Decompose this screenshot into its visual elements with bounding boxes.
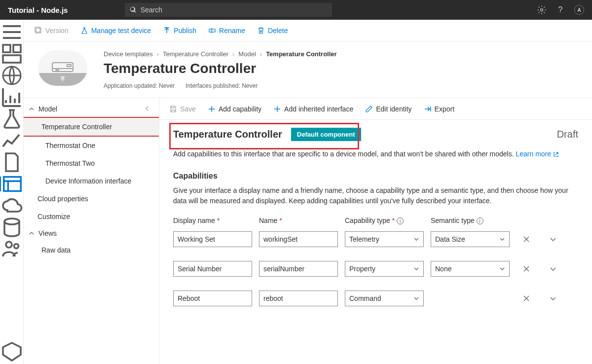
- crumb-3: Temperature Controller: [266, 50, 337, 58]
- tree-temperature-controller[interactable]: Temperature Controller: [24, 118, 159, 136]
- crumb-2[interactable]: Model: [238, 50, 256, 58]
- capability-type-select[interactable]: Property: [345, 261, 424, 277]
- app-updated-text: Application updated: Never: [104, 82, 175, 89]
- search-icon: [130, 6, 137, 13]
- external-link-icon: [553, 151, 559, 157]
- tree-thermostat-two[interactable]: Thermostat Two: [24, 154, 159, 172]
- export-button[interactable]: Export: [419, 102, 459, 116]
- name-input[interactable]: reboot: [259, 291, 338, 306]
- capability-row: Working Set workingSet Telemetry Data Si…: [173, 231, 578, 247]
- capability-row: Reboot reboot Command: [173, 291, 578, 306]
- avatar[interactable]: A: [574, 5, 584, 15]
- info-icon[interactable]: i: [477, 218, 483, 224]
- search-box[interactable]: Search: [125, 3, 332, 17]
- tree-cloud-properties[interactable]: Cloud properties: [24, 190, 159, 208]
- capabilities-heading: Capabilities: [173, 172, 578, 181]
- search-placeholder: Search: [141, 6, 162, 14]
- manage-test-device-button[interactable]: Manage test device: [75, 24, 156, 37]
- info-icon[interactable]: i: [397, 218, 404, 224]
- status-label: Draft: [557, 129, 578, 140]
- top-bar: Tutorial - Node.js Search ? A: [0, 0, 592, 20]
- collapse-icon[interactable]: [144, 105, 154, 113]
- capability-row: Serial Number serialNumber Property None: [173, 261, 578, 277]
- name-input[interactable]: workingSet: [259, 231, 338, 247]
- svg-point-14: [58, 70, 59, 71]
- intro-text: Add capabilities to this interface that …: [173, 149, 578, 159]
- svg-point-6: [4, 218, 19, 224]
- display-name-input[interactable]: Reboot: [173, 291, 252, 306]
- delete-row-icon[interactable]: [517, 265, 536, 273]
- crumb-1[interactable]: Temperature Controller: [163, 50, 228, 58]
- svg-rect-3: [3, 55, 21, 63]
- help-icon[interactable]: ?: [555, 5, 565, 15]
- delete-row-icon[interactable]: [517, 235, 536, 243]
- interface-title: Temperature Controller: [173, 129, 282, 140]
- model-group[interactable]: Model: [24, 101, 159, 117]
- rail-chart-icon[interactable]: [0, 90, 24, 105]
- edit-identity-button[interactable]: Edit identity: [360, 102, 416, 116]
- default-component-badge: Default component: [291, 128, 361, 141]
- rail-users-icon[interactable]: [0, 242, 24, 256]
- expand-row-icon[interactable]: [543, 265, 563, 273]
- rail-doc-icon[interactable]: [0, 155, 24, 170]
- svg-point-13: [56, 70, 57, 71]
- device-icon: [36, 50, 90, 96]
- learn-more-link[interactable]: Learn more: [516, 150, 559, 158]
- tree-device-info[interactable]: Device Information interface: [24, 172, 159, 190]
- tree-raw-data[interactable]: Raw data: [24, 241, 159, 259]
- semantic-type-select[interactable]: Data Size: [431, 231, 510, 247]
- svg-rect-11: [209, 29, 215, 32]
- svg-point-8: [14, 244, 18, 249]
- publish-button[interactable]: Publish: [158, 24, 201, 37]
- chevron-up-icon: [29, 106, 35, 112]
- col-name: Name: [259, 217, 282, 224]
- panel-command-bar: Save Add capability Add inherited interf…: [159, 98, 592, 120]
- svg-point-0: [541, 9, 543, 11]
- svg-point-7: [6, 242, 12, 248]
- chevron-up-icon: [29, 230, 35, 236]
- tree-customize[interactable]: Customize: [24, 208, 159, 225]
- rail-globe-icon[interactable]: [0, 68, 24, 83]
- capabilities-intro: Give your interface a display name and a…: [173, 185, 578, 206]
- model-tree: Model Temperature Controller Thermostat …: [24, 98, 159, 364]
- page-header: Device templates› Temperature Controller…: [24, 41, 592, 98]
- views-group[interactable]: Views: [24, 225, 159, 241]
- crumb-0[interactable]: Device templates: [104, 50, 153, 58]
- add-capability-button[interactable]: Add capability: [203, 102, 266, 116]
- breadcrumb: Device templates› Temperature Controller…: [104, 50, 580, 58]
- app-title: Tutorial - Node.js: [8, 6, 68, 14]
- capability-type-select[interactable]: Telemetry: [345, 231, 424, 247]
- delete-button[interactable]: Delete: [252, 24, 293, 37]
- version-button: Version: [30, 24, 74, 37]
- col-semantic-type: Semantic type: [431, 217, 475, 224]
- capability-type-select[interactable]: Command: [345, 291, 424, 306]
- rail-dashboard-icon[interactable]: [0, 46, 24, 61]
- rail-line-chart-icon[interactable]: [0, 133, 24, 148]
- page-title: Temperature Controller: [104, 61, 580, 76]
- command-bar: Version Manage test device Publish Renam…: [24, 20, 592, 41]
- rail-flask-icon[interactable]: [0, 111, 24, 126]
- col-display-name: Display name: [173, 217, 220, 224]
- rename-button[interactable]: Rename: [203, 24, 250, 37]
- tree-thermostat-one[interactable]: Thermostat One: [24, 137, 159, 154]
- delete-row-icon[interactable]: [517, 294, 536, 302]
- rail-db-icon[interactable]: [0, 220, 24, 235]
- svg-rect-15: [67, 65, 71, 67]
- rail-template-icon[interactable]: [0, 177, 24, 191]
- display-name-input[interactable]: Serial Number: [173, 261, 252, 277]
- expand-row-icon[interactable]: [543, 235, 563, 243]
- settings-icon[interactable]: [537, 5, 547, 15]
- content-panel: Save Add capability Add inherited interf…: [159, 98, 592, 364]
- rail-bottom-icon[interactable]: [0, 344, 24, 359]
- interfaces-published-text: Interfaces published: Never: [185, 82, 258, 89]
- svg-rect-5: [3, 177, 21, 191]
- semantic-type-select[interactable]: None: [431, 261, 510, 277]
- rail-cloud-icon[interactable]: [0, 198, 24, 213]
- name-input[interactable]: serialNumber: [259, 261, 338, 277]
- add-inherited-button[interactable]: Add inherited interface: [268, 102, 358, 116]
- svg-rect-1: [3, 45, 10, 52]
- svg-rect-2: [13, 45, 21, 52]
- expand-row-icon[interactable]: [543, 294, 563, 302]
- display-name-input[interactable]: Working Set: [173, 231, 252, 247]
- hamburger-icon[interactable]: [0, 25, 24, 39]
